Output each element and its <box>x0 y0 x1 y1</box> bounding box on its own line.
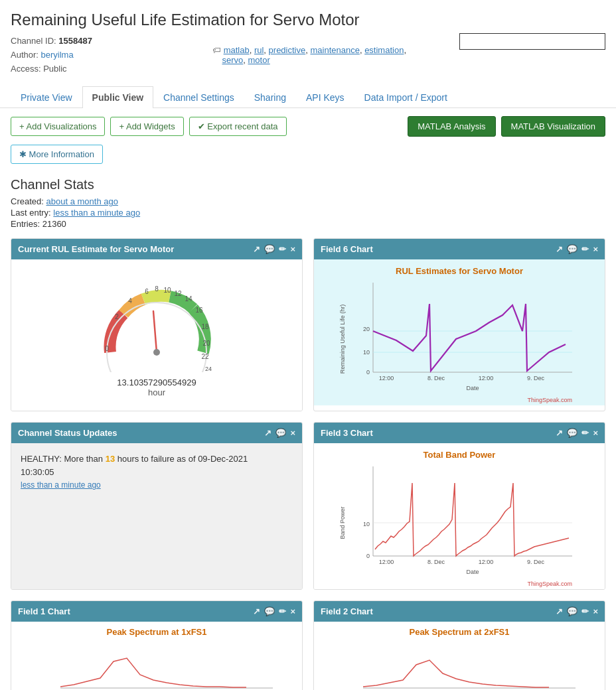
header-search-input[interactable] <box>459 33 605 50</box>
field3-comment-icon[interactable]: 💬 <box>567 428 578 438</box>
svg-text:12:00: 12:00 <box>479 559 494 565</box>
field2-chart-title: Field 2 Chart <box>321 606 556 616</box>
channel-stats-heading: Channel Stats <box>11 177 605 192</box>
field3-chart-header: Field 3 Chart ↗ 💬 ✏ × <box>314 423 605 443</box>
svg-text:0: 0 <box>366 553 370 559</box>
field1-chart-widget: Field 1 Chart ↗ 💬 ✏ × Peak Spectrum at 1… <box>11 600 303 690</box>
status-external-icon[interactable]: ↗ <box>264 428 271 438</box>
svg-text:20: 20 <box>363 326 370 332</box>
field6-chart-title: Field 6 Chart <box>321 244 556 254</box>
svg-text:ThingSpeak.com: ThingSpeak.com <box>527 581 572 587</box>
rul-gauge-external-icon[interactable]: ↗ <box>253 244 260 254</box>
field6-close-icon[interactable]: × <box>593 244 598 254</box>
tag-motor[interactable]: motor <box>248 55 270 65</box>
add-visualizations-button[interactable]: + Add Visualizations <box>11 117 105 136</box>
field1-external-icon[interactable]: ↗ <box>253 606 260 616</box>
field3-edit-icon[interactable]: ✏ <box>581 428 589 438</box>
field2-comment-icon[interactable]: 💬 <box>567 606 578 616</box>
author-link[interactable]: beryilma <box>41 50 74 60</box>
field1-close-icon[interactable]: × <box>290 606 295 616</box>
field1-edit-icon[interactable]: ✏ <box>279 606 286 616</box>
svg-text:Total Band Power: Total Band Power <box>424 450 496 460</box>
svg-text:10: 10 <box>363 349 370 356</box>
field3-chart-body: Total Band Power Band Power 0 10 12:00 8… <box>314 443 605 589</box>
tag-icon: 🏷 <box>212 45 221 55</box>
field1-chart-title: Field 1 Chart <box>18 606 253 616</box>
rul-gauge-comment-icon[interactable]: 💬 <box>264 244 275 254</box>
rul-chart-svg: RUL Estimates for Servo Motor Remaining … <box>314 259 605 405</box>
field2-edit-icon[interactable]: ✏ <box>581 606 589 616</box>
svg-text:12:00: 12:00 <box>379 559 394 565</box>
svg-text:0: 0 <box>366 369 370 376</box>
matlab-analysis-button[interactable]: MATLAB Analysis <box>408 116 495 137</box>
svg-text:Date: Date <box>466 385 479 391</box>
status-healthy-text: HEALTHY: More than <box>21 454 106 464</box>
created-label: Created: <box>11 196 44 206</box>
status-highlight-num: 13 <box>106 454 115 464</box>
field2-external-icon[interactable]: ↗ <box>556 606 563 616</box>
svg-text:Band Power: Band Power <box>339 507 346 539</box>
svg-text:10: 10 <box>363 521 370 527</box>
svg-text:Peak Spectrum at 2xFS1: Peak Spectrum at 2xFS1 <box>409 627 509 637</box>
svg-text:Remaining Useful Life (hr): Remaining Useful Life (hr) <box>339 305 346 374</box>
entries-label: Entries: <box>11 219 40 229</box>
svg-text:12: 12 <box>174 290 182 297</box>
field6-chart-body: RUL Estimates for Servo Motor Remaining … <box>314 259 605 405</box>
tag-servo[interactable]: servo <box>222 55 243 65</box>
field1-comment-icon[interactable]: 💬 <box>264 606 275 616</box>
field6-edit-icon[interactable]: ✏ <box>581 244 589 254</box>
field3-external-icon[interactable]: ↗ <box>556 428 563 438</box>
field3-close-icon[interactable]: × <box>593 428 598 438</box>
gauge-value: 13.10357290554929 <box>117 378 196 387</box>
status-comment-icon[interactable]: 💬 <box>275 428 286 438</box>
rul-gauge-close-icon[interactable]: × <box>290 244 295 254</box>
status-close-icon[interactable]: × <box>290 428 295 438</box>
rul-gauge-widget: Current RUL Estimate for Servo Motor ↗ 💬… <box>11 238 303 411</box>
gauge-unit: hour <box>148 387 165 397</box>
tab-public-view[interactable]: Public View <box>82 86 154 108</box>
svg-text:20: 20 <box>202 340 210 347</box>
svg-text:Peak Spectrum at 1xFS1: Peak Spectrum at 1xFS1 <box>106 627 206 637</box>
rul-gauge-edit-icon[interactable]: ✏ <box>279 244 286 254</box>
field3-chart-widget: Field 3 Chart ↗ 💬 ✏ × Total Band Power B… <box>313 422 605 590</box>
rul-gauge-title: Current RUL Estimate for Servo Motor <box>18 244 253 254</box>
matlab-visualization-button[interactable]: MATLAB Visualization <box>501 116 605 137</box>
svg-text:14: 14 <box>185 295 193 303</box>
svg-text:0: 0 <box>105 345 109 352</box>
channel-status-body: HEALTHY: More than 13 hours to failure a… <box>11 443 302 589</box>
status-time-ago[interactable]: less than a minute ago <box>21 480 101 490</box>
export-recent-button[interactable]: ✔ Export recent data <box>189 117 287 136</box>
tag-matlab[interactable]: matlab <box>224 45 250 55</box>
tab-data-import-export[interactable]: Data Import / Export <box>354 86 457 108</box>
channel-status-title: Channel Status Updates <box>18 428 264 438</box>
svg-text:8: 8 <box>155 285 159 293</box>
tab-api-keys[interactable]: API Keys <box>296 86 354 108</box>
tag-predictive[interactable]: predictive <box>269 45 306 55</box>
field2-close-icon[interactable]: × <box>593 606 598 616</box>
field1-chart-svg: Peak Spectrum at 1xFS1 <box>11 622 302 690</box>
svg-text:RUL Estimates for Servo Motor: RUL Estimates for Servo Motor <box>396 266 523 276</box>
svg-text:9. Dec: 9. Dec <box>527 559 545 565</box>
svg-text:24: 24 <box>205 366 212 372</box>
tab-private-view[interactable]: Private View <box>11 86 82 108</box>
field6-comment-icon[interactable]: 💬 <box>567 244 578 254</box>
field1-chart-header: Field 1 Chart ↗ 💬 ✏ × <box>11 601 302 622</box>
more-information-button[interactable]: ✱ More Information <box>11 145 103 164</box>
last-entry-link[interactable]: less than a minute ago <box>53 208 140 218</box>
svg-text:9. Dec: 9. Dec <box>527 375 545 381</box>
author-label: Author: <box>11 50 38 60</box>
tab-channel-settings[interactable]: Channel Settings <box>153 86 244 108</box>
widgets-grid: Current RUL Estimate for Servo Motor ↗ 💬… <box>0 238 616 690</box>
band-power-chart-svg: Total Band Power Band Power 0 10 12:00 8… <box>314 443 605 589</box>
created-link[interactable]: about a month ago <box>46 196 118 206</box>
svg-text:8. Dec: 8. Dec <box>427 559 445 565</box>
tag-rul[interactable]: rul <box>254 45 264 55</box>
rul-gauge-header: Current RUL Estimate for Servo Motor ↗ 💬… <box>11 239 302 259</box>
tag-maintenance[interactable]: maintenance <box>310 45 359 55</box>
svg-text:22: 22 <box>201 353 209 360</box>
field6-external-icon[interactable]: ↗ <box>556 244 563 254</box>
tag-estimation[interactable]: estimation <box>364 45 404 55</box>
add-widgets-button[interactable]: + Add Widgets <box>110 117 183 136</box>
svg-text:2: 2 <box>115 313 119 320</box>
tab-sharing[interactable]: Sharing <box>244 86 296 108</box>
